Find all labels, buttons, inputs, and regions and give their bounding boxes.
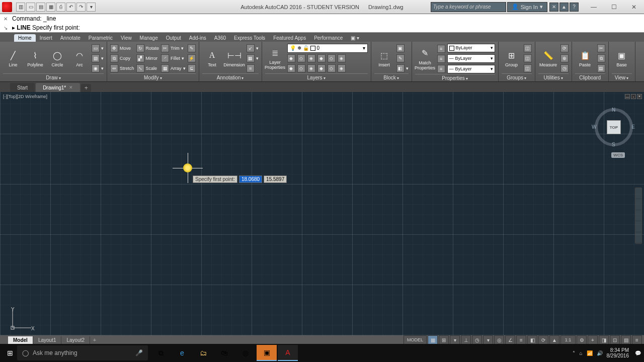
nav-pan-icon[interactable] xyxy=(635,199,641,210)
viewcube-east[interactable]: E xyxy=(631,124,635,130)
layer-tool2-icon[interactable]: ◇ xyxy=(297,54,305,62)
panel-view-title[interactable]: View xyxy=(612,73,632,81)
vp-close-icon[interactable]: ✕ xyxy=(637,94,642,99)
taskview-icon[interactable]: ⧉ xyxy=(151,345,171,361)
nav-orbit-icon[interactable] xyxy=(635,221,641,232)
line-button[interactable]: ╱Line xyxy=(3,49,23,67)
block-edit-icon[interactable]: ✎ xyxy=(396,54,405,62)
layout-tab-2[interactable]: Layout2 xyxy=(61,336,90,344)
wcs-badge[interactable]: WCS xyxy=(611,152,625,158)
viewcube-south[interactable]: S xyxy=(612,142,615,147)
layout-add-button[interactable]: + xyxy=(90,337,99,343)
close-cmd-icon[interactable]: ✕ xyxy=(1,15,10,23)
qat-save-icon[interactable]: ▤ xyxy=(36,3,45,12)
move-button[interactable]: ✥Move xyxy=(110,44,134,53)
explorer-icon[interactable]: 🗂 xyxy=(193,345,213,361)
status-anno-icon[interactable]: ▲ xyxy=(549,335,559,344)
status-trans-icon[interactable]: ◧ xyxy=(527,335,537,344)
edge-icon[interactable]: e xyxy=(172,345,192,361)
layer-tool3-icon[interactable]: ◈ xyxy=(307,54,315,62)
status-model-button[interactable]: MODEL xyxy=(404,335,427,344)
panel-block-title[interactable]: Block xyxy=(374,73,409,81)
close-button[interactable]: ✕ xyxy=(624,1,644,13)
viewcube-north[interactable]: N xyxy=(612,107,615,113)
block-attr-icon[interactable]: ◧ xyxy=(396,64,405,72)
text-button[interactable]: AText xyxy=(202,49,222,67)
util-b-icon[interactable]: ⊕ xyxy=(560,54,569,62)
table-icon[interactable]: ▦ xyxy=(247,54,255,62)
status-cycle-icon[interactable]: ⟳ xyxy=(538,335,548,344)
minimize-button[interactable]: — xyxy=(584,1,604,13)
layer-tool8-icon[interactable]: ◇ xyxy=(297,64,305,72)
layer-properties-button[interactable]: ≣Layer Properties xyxy=(265,47,285,70)
exchange2-icon[interactable]: ▲ xyxy=(559,3,569,12)
file-tab-drawing1[interactable]: Drawing1*✕ xyxy=(36,83,80,92)
layout-tab-model[interactable]: Model xyxy=(8,336,33,344)
offset-icon[interactable]: ⊆ xyxy=(188,64,196,72)
cmd-arrow-icon[interactable]: ↘ xyxy=(1,24,10,32)
group-b-icon[interactable]: ◫ xyxy=(524,54,532,62)
panel-draw-title[interactable]: Draw xyxy=(3,73,104,81)
insert-button[interactable]: ⬚Insert xyxy=(374,49,394,67)
panel-modify-title[interactable]: Modify xyxy=(110,73,196,81)
measure-button[interactable]: 📏Measure xyxy=(538,49,558,67)
qat-print-icon[interactable]: ⎙ xyxy=(56,3,65,12)
add-tab-button[interactable]: + xyxy=(81,84,91,92)
stretch-button[interactable]: ⇔Stretch xyxy=(110,64,134,73)
tab-featured[interactable]: Featured Apps xyxy=(269,34,310,42)
command-input-line[interactable]: ↘ ▸ LINE Specify first point: xyxy=(0,23,644,32)
tab-view[interactable]: View xyxy=(117,34,136,42)
nav-wheel-icon[interactable] xyxy=(635,188,641,199)
tab-performance[interactable]: Performance xyxy=(310,34,347,42)
status-iso2-icon[interactable]: ◨ xyxy=(599,335,609,344)
qat-open-icon[interactable]: ▭ xyxy=(26,3,35,12)
layout-tab-1[interactable]: Layout1 xyxy=(33,336,62,344)
fillet-button[interactable]: ◜Fillet ▾ xyxy=(161,54,186,63)
ellipse-icon[interactable]: ◉ xyxy=(92,64,100,72)
panel-annotation-title[interactable]: Annotation xyxy=(202,73,259,81)
app1-icon[interactable]: ◎ xyxy=(235,345,256,361)
help-icon[interactable]: ? xyxy=(570,3,579,12)
group-a-icon[interactable]: ◫ xyxy=(524,44,532,52)
status-ortho-icon[interactable]: ⊥ xyxy=(461,335,471,344)
store-icon[interactable]: 🛍 xyxy=(214,345,234,361)
panel-groups-title[interactable]: Groups xyxy=(502,73,532,81)
exchange-icon[interactable]: ✕ xyxy=(549,3,558,12)
prop-c-icon[interactable]: ≡ xyxy=(437,65,445,73)
file-tab-start[interactable]: Start xyxy=(10,83,35,92)
mirror-button[interactable]: ▞Mirror xyxy=(136,54,159,63)
tray-up-icon[interactable]: ˄ xyxy=(573,350,575,356)
start-button[interactable]: ⊞ xyxy=(3,346,17,360)
layer-tool1-icon[interactable]: ◆ xyxy=(287,54,295,62)
prop-b-icon[interactable]: ≡ xyxy=(437,55,445,63)
status-ws-icon[interactable]: ⊡ xyxy=(610,335,620,344)
circle-button[interactable]: ◯Circle xyxy=(47,49,67,67)
app-logo-icon[interactable] xyxy=(2,2,12,12)
app2-icon[interactable]: ▣ xyxy=(257,345,277,361)
viewcube-face[interactable]: TOP xyxy=(607,120,621,134)
layer-tool4-icon[interactable]: ◆ xyxy=(317,54,326,62)
status-osnap-icon[interactable]: ◎ xyxy=(494,335,504,344)
tray-clock[interactable]: 8:34 PM 8/29/2016 xyxy=(607,347,631,358)
status-gear-icon[interactable]: ⚙ xyxy=(577,335,587,344)
color-dropdown[interactable]: ByLayer▾ xyxy=(447,44,495,52)
layer-tool12-icon[interactable]: ◈ xyxy=(338,64,346,72)
status-snap2-icon[interactable]: ▾ xyxy=(450,335,460,344)
qat-saveas-icon[interactable]: ▦ xyxy=(46,3,55,12)
status-otrack-icon[interactable]: ∠ xyxy=(505,335,515,344)
ribbon-collapse-icon[interactable]: ▣ ▾ xyxy=(347,34,363,42)
layer-tool10-icon[interactable]: ◆ xyxy=(317,64,326,72)
leader-icon[interactable]: ↙ xyxy=(247,44,255,52)
tab-express[interactable]: Express Tools xyxy=(230,34,269,42)
tray-volume-icon[interactable]: 🔊 xyxy=(597,350,603,356)
qat-new-icon[interactable]: ▥ xyxy=(16,3,25,12)
vp-minimize-icon[interactable]: — xyxy=(625,94,630,99)
status-lwt-icon[interactable]: ≡ xyxy=(516,335,526,344)
viewport-label[interactable]: [-][Top][2D Wireframe] xyxy=(3,94,47,99)
hatch-icon[interactable]: ▨ xyxy=(92,54,100,62)
tray-network-icon[interactable]: 📶 xyxy=(587,350,593,356)
layer-tool7-icon[interactable]: ◆ xyxy=(287,64,295,72)
drawing-area[interactable]: [-][Top][2D Wireframe] — ▫ ✕ Specify fir… xyxy=(0,92,644,335)
rectangle-icon[interactable]: ▭ xyxy=(92,44,100,52)
polyline-button[interactable]: ⌇Polyline xyxy=(25,49,45,67)
